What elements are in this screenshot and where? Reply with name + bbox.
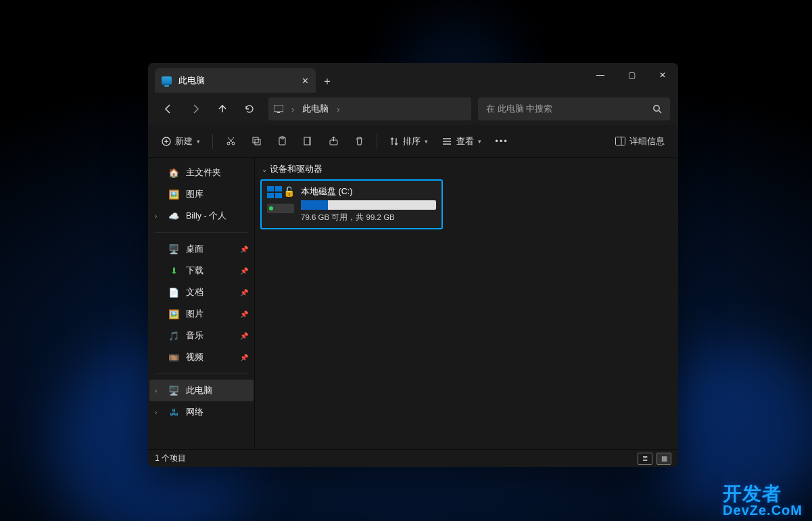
pin-icon: 📌 xyxy=(240,311,248,318)
sort-label: 排序 xyxy=(403,135,421,148)
svg-rect-10 xyxy=(304,137,310,145)
pin-icon: 📌 xyxy=(240,289,248,296)
sidebar-item-label: Billy - 个人 xyxy=(186,210,226,222)
delete-button[interactable] xyxy=(347,130,371,153)
active-tab[interactable]: 此电脑 ✕ xyxy=(155,68,316,93)
svg-rect-7 xyxy=(255,139,260,145)
chevron-right-icon: › xyxy=(155,409,157,416)
sidebar-item-home[interactable]: 🏠 主文件夹 xyxy=(149,162,254,183)
sidebar-item-label: 桌面 xyxy=(186,244,204,255)
arrow-left-icon xyxy=(163,104,174,114)
sidebar-item-pictures[interactable]: 🖼️ 图片 📌 xyxy=(149,303,254,325)
search-icon xyxy=(652,104,662,114)
sidebar-item-music[interactable]: 🎵 音乐 📌 xyxy=(149,325,254,346)
new-tab-button[interactable]: ＋ xyxy=(316,70,339,93)
minimize-button[interactable]: — xyxy=(585,63,616,87)
rename-button[interactable] xyxy=(295,130,320,153)
search-placeholder: 在 此电脑 中搜索 xyxy=(486,103,552,115)
content-area: ⌄ 设备和驱动器 🔓 本地磁盘 (C:) 79.6 GB 可用，共 xyxy=(255,158,678,449)
new-button[interactable]: 新建 ▾ xyxy=(155,130,207,153)
toolbar-separator xyxy=(212,134,213,149)
tab-title: 此电脑 xyxy=(178,75,205,87)
unlock-icon: 🔓 xyxy=(283,186,295,197)
status-item-count: 1 个项目 xyxy=(155,453,186,464)
navigation-pane: 🏠 主文件夹 🖼️ 图库 › ☁️ Billy - 个人 🖥️ 桌面 📌 xyxy=(148,158,255,449)
close-tab-button[interactable]: ✕ xyxy=(302,76,309,86)
forward-button[interactable] xyxy=(183,97,208,120)
share-icon xyxy=(329,136,339,146)
more-button[interactable]: ••• xyxy=(489,130,514,153)
svg-rect-1 xyxy=(277,112,280,113)
this-pc-icon xyxy=(162,76,172,85)
drive-capacity-bar xyxy=(301,200,436,210)
address-bar[interactable]: › 此电脑 › xyxy=(268,97,471,120)
sidebar-item-onedrive[interactable]: › ☁️ Billy - 个人 xyxy=(149,205,254,227)
sidebar-item-network[interactable]: › 🖧 网络 xyxy=(149,401,254,423)
new-label: 新建 xyxy=(175,135,193,148)
sidebar-item-gallery[interactable]: 🖼️ 图库 xyxy=(149,183,254,205)
chevron-down-icon: ▾ xyxy=(197,138,200,145)
details-pane-button[interactable]: 详细信息 xyxy=(608,130,671,153)
view-mode-tiles-button[interactable]: ▦ xyxy=(656,453,671,465)
navigation-bar: › 此电脑 › 在 此电脑 中搜索 xyxy=(148,93,678,125)
view-label: 查看 xyxy=(456,135,474,148)
details-pane-icon xyxy=(615,137,625,145)
up-button[interactable] xyxy=(210,97,235,120)
sidebar-item-label: 文档 xyxy=(186,287,204,298)
svg-point-14 xyxy=(443,143,444,145)
more-icon: ••• xyxy=(495,136,508,146)
status-bar: 1 个项目 ≣ ▦ xyxy=(148,449,678,467)
sidebar-item-desktop[interactable]: 🖥️ 桌面 📌 xyxy=(149,238,254,260)
cut-button[interactable] xyxy=(218,130,243,153)
sidebar-item-downloads[interactable]: ⬇ 下载 📌 xyxy=(149,260,254,281)
close-window-button[interactable]: ✕ xyxy=(647,63,678,87)
sidebar-item-videos[interactable]: 🎞️ 视频 📌 xyxy=(149,346,254,368)
trash-icon xyxy=(354,136,364,146)
home-icon: 🏠 xyxy=(168,167,179,178)
pictures-icon: 🖼️ xyxy=(168,309,179,319)
sidebar-item-label: 主文件夹 xyxy=(186,167,221,179)
chevron-right-icon: › xyxy=(155,212,157,220)
onedrive-icon: ☁️ xyxy=(168,210,179,221)
pin-icon: 📌 xyxy=(240,246,248,253)
breadcrumb-separator: › xyxy=(337,104,339,114)
breadcrumb-location[interactable]: 此电脑 xyxy=(302,103,329,115)
monitor-icon xyxy=(274,105,283,113)
search-box[interactable]: 在 此电脑 中搜索 xyxy=(478,97,670,120)
download-icon: ⬇ xyxy=(168,265,179,276)
sidebar-item-documents[interactable]: 📄 文档 📌 xyxy=(149,281,254,303)
toolbar-separator xyxy=(377,134,377,149)
pc-icon: 🖥️ xyxy=(168,385,179,396)
back-button[interactable] xyxy=(156,97,181,120)
sidebar-item-label: 视频 xyxy=(186,352,204,363)
sidebar-item-label: 图库 xyxy=(186,189,204,200)
copy-icon xyxy=(252,136,262,146)
windows-logo-icon xyxy=(267,186,282,198)
paste-icon xyxy=(277,136,287,146)
cut-icon xyxy=(226,136,236,146)
arrow-right-icon xyxy=(190,104,201,114)
view-mode-list-button[interactable]: ≣ xyxy=(638,453,652,465)
share-button[interactable] xyxy=(321,130,345,153)
svg-point-12 xyxy=(443,138,444,139)
group-header-devices[interactable]: ⌄ 设备和驱动器 xyxy=(262,163,673,175)
paste-button[interactable] xyxy=(270,130,294,153)
sort-button[interactable]: 排序 ▾ xyxy=(383,130,435,153)
sidebar-scrollbar-thumb[interactable] xyxy=(254,158,255,252)
sidebar-item-label: 此电脑 xyxy=(186,385,212,397)
svg-point-13 xyxy=(443,141,444,142)
sidebar-scrollbar-track xyxy=(254,158,255,449)
sidebar-item-this-pc[interactable]: › 🖥️ 此电脑 xyxy=(149,380,254,401)
refresh-button[interactable] xyxy=(237,97,262,120)
chevron-down-icon: ⌄ xyxy=(262,166,267,173)
drive-name: 本地磁盘 (C:) xyxy=(301,186,436,198)
maximize-button[interactable]: ▢ xyxy=(616,63,647,87)
chevron-down-icon: ▾ xyxy=(425,138,428,145)
view-button[interactable]: 查看 ▾ xyxy=(436,130,488,153)
drive-item-c[interactable]: 🔓 本地磁盘 (C:) 79.6 GB 可用，共 99.2 GB xyxy=(260,179,443,229)
drive-capacity-fill xyxy=(301,200,328,210)
breadcrumb-separator: › xyxy=(291,104,294,114)
desktop-wallpaper: 此电脑 ✕ ＋ — ▢ ✕ xyxy=(0,0,812,521)
copy-button[interactable] xyxy=(244,130,268,153)
desktop-icon: 🖥️ xyxy=(168,244,179,254)
